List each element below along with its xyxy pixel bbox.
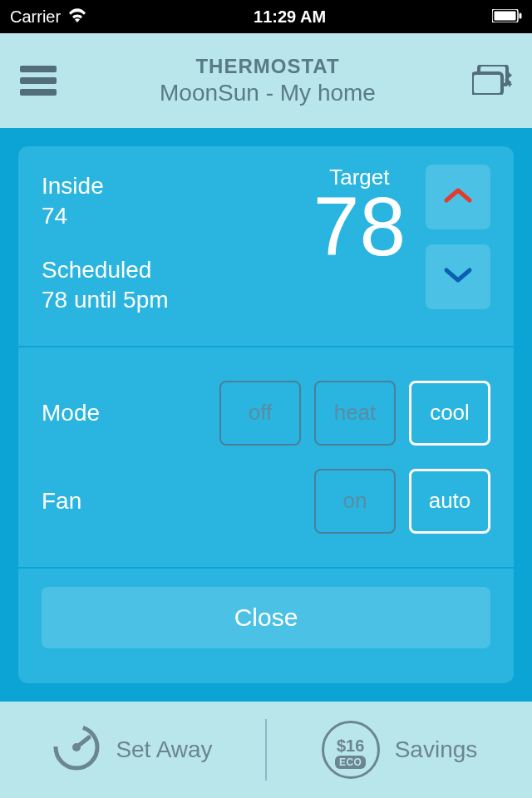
- scheduled-value: 78 until 5pm: [42, 285, 169, 315]
- set-away-label: Set Away: [116, 736, 212, 763]
- mode-heat-button[interactable]: heat: [314, 381, 396, 446]
- temp-down-button[interactable]: [426, 244, 490, 309]
- fan-label: Fan: [42, 488, 81, 515]
- fan-on-button[interactable]: on: [314, 469, 396, 534]
- eco-amount: $16: [337, 736, 364, 756]
- close-button[interactable]: Close: [42, 587, 490, 648]
- savings-button[interactable]: $16 ECO Savings: [267, 721, 532, 779]
- devices-icon[interactable]: [472, 65, 512, 95]
- svg-rect-2: [519, 12, 521, 18]
- eco-label: ECO: [335, 756, 367, 769]
- mode-label: Mode: [42, 400, 100, 426]
- app-header: THERMOSTAT MoonSun - My home: [0, 33, 532, 128]
- target-value: 78: [313, 189, 406, 264]
- main-panel: Inside 74 Scheduled 78 until 5pm Target …: [0, 128, 532, 702]
- controls-section: Mode off heat cool Fan on auto: [18, 347, 514, 569]
- svg-rect-1: [494, 11, 515, 20]
- scheduled-label: Scheduled: [42, 255, 169, 285]
- status-bar: Carrier 11:29 AM: [0, 0, 532, 33]
- svg-rect-4: [472, 73, 502, 95]
- svg-line-14: [76, 737, 89, 747]
- wifi-icon: [67, 7, 87, 27]
- footer-bar: Set Away $16 ECO Savings: [0, 702, 532, 798]
- chevron-up-icon: [441, 185, 475, 209]
- thermostat-card: Inside 74 Scheduled 78 until 5pm Target …: [18, 146, 514, 683]
- battery-icon: [492, 7, 522, 27]
- carrier-label: Carrier: [10, 7, 61, 27]
- chevron-down-icon: [441, 265, 475, 288]
- eco-badge-icon: $16 ECO: [322, 721, 380, 779]
- temp-up-button[interactable]: [426, 165, 490, 229]
- mode-cool-button[interactable]: cool: [409, 381, 490, 446]
- savings-label: Savings: [395, 736, 478, 763]
- svg-marker-11: [509, 72, 512, 78]
- timer-icon: [52, 723, 101, 777]
- inside-label: Inside: [42, 171, 169, 201]
- fan-auto-button[interactable]: auto: [409, 469, 490, 534]
- clock: 11:29 AM: [254, 7, 326, 27]
- device-name: MoonSun - My home: [23, 80, 512, 106]
- set-away-button[interactable]: Set Away: [0, 723, 265, 777]
- temperature-section: Inside 74 Scheduled 78 until 5pm Target …: [18, 146, 514, 347]
- inside-value: 74: [42, 201, 169, 231]
- page-title: THERMOSTAT: [23, 55, 512, 78]
- mode-off-button[interactable]: off: [219, 381, 301, 446]
